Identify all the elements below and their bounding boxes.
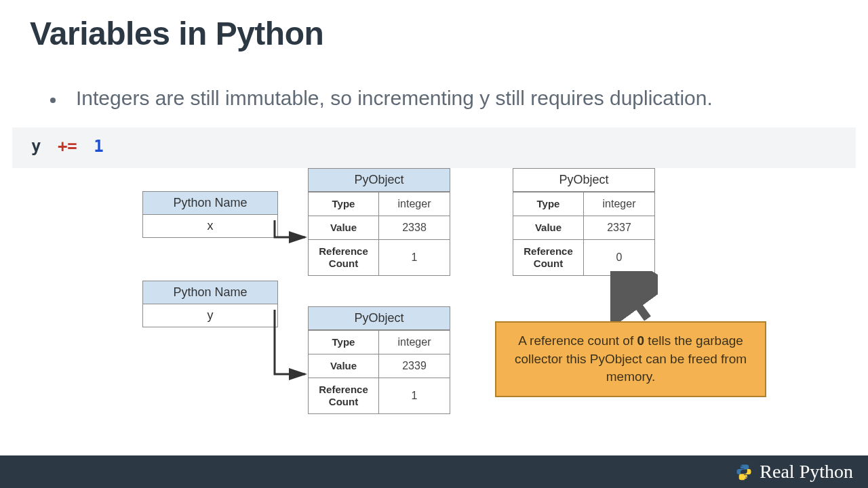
arrow-callout-icon bbox=[610, 271, 658, 325]
name-table-header: Python Name bbox=[143, 281, 277, 304]
label-value: Value bbox=[309, 354, 379, 378]
pyobject-2337: PyObject Type integer Value 2337 Referen… bbox=[513, 168, 655, 276]
value-type: integer bbox=[379, 331, 450, 354]
code-line: y += 1 bbox=[31, 137, 104, 156]
callout-bold: 0 bbox=[637, 333, 645, 348]
value-refcount: 1 bbox=[379, 378, 450, 413]
pyobject-header: PyObject bbox=[309, 307, 450, 330]
label-refcount: Reference Count bbox=[309, 378, 379, 413]
bullet-row: Integers are still immutable, so increme… bbox=[50, 87, 713, 110]
name-table-header: Python Name bbox=[143, 192, 277, 215]
name-y-value: y bbox=[143, 304, 277, 327]
gc-callout: A reference count of 0 tells the garbage… bbox=[495, 321, 766, 397]
footer-bar: Real Python bbox=[0, 455, 868, 488]
value-value: 2339 bbox=[379, 354, 450, 378]
label-refcount: Reference Count bbox=[309, 240, 379, 275]
footer-brand-text: Real Python bbox=[760, 461, 853, 483]
pyobject-2338: PyObject Type integer Value 2338 Referen… bbox=[308, 168, 450, 276]
code-number: 1 bbox=[94, 137, 103, 156]
value-type: integer bbox=[584, 192, 654, 216]
name-x-value: x bbox=[143, 215, 277, 237]
pyobject-2339: PyObject Type integer Value 2339 Referen… bbox=[308, 306, 450, 414]
code-bar: y += 1 bbox=[12, 127, 856, 168]
label-type: Type bbox=[309, 192, 379, 216]
value-value: 2338 bbox=[379, 216, 450, 239]
value-refcount: 0 bbox=[584, 240, 654, 275]
bullet-text: Integers are still immutable, so increme… bbox=[76, 87, 713, 110]
label-type: Type bbox=[513, 192, 584, 216]
label-value: Value bbox=[309, 216, 379, 239]
code-var: y bbox=[31, 137, 41, 156]
pyobject-header: PyObject bbox=[309, 169, 450, 192]
footer-brand: Real Python bbox=[735, 461, 853, 483]
python-logo-icon bbox=[735, 463, 753, 481]
name-table-x: Python Name x bbox=[142, 191, 278, 238]
value-type: integer bbox=[379, 192, 450, 216]
name-table-y: Python Name y bbox=[142, 281, 278, 327]
label-type: Type bbox=[309, 331, 379, 354]
bullet-dot-icon bbox=[50, 98, 56, 103]
callout-pre: A reference count of bbox=[518, 333, 637, 348]
pyobject-header: PyObject bbox=[513, 169, 654, 192]
slide-title: Variables in Python bbox=[30, 15, 323, 52]
value-value: 2337 bbox=[584, 216, 654, 239]
code-operator: += bbox=[58, 137, 77, 156]
label-value: Value bbox=[513, 216, 584, 239]
label-refcount: Reference Count bbox=[513, 240, 584, 275]
value-refcount: 1 bbox=[379, 240, 450, 275]
